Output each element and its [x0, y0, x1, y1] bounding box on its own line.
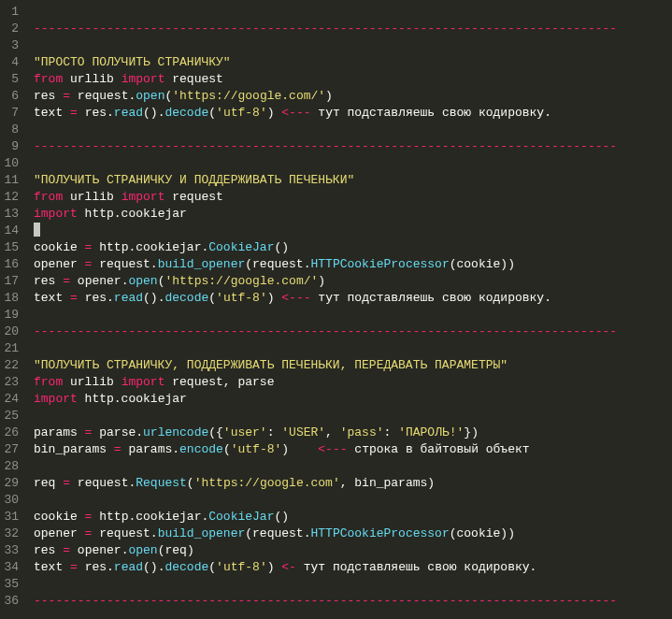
- code-line[interactable]: opener = request.build_opener(request.HT…: [34, 256, 665, 273]
- line-number: 14: [4, 223, 19, 239]
- code-token: read: [114, 106, 143, 120]
- code-token: =: [63, 476, 70, 490]
- code-line[interactable]: opener = request.build_opener(request.HT…: [34, 525, 665, 542]
- code-line[interactable]: from urllib import request: [34, 189, 665, 206]
- code-token: 'ПАРОЛЬ!': [398, 425, 464, 439]
- code-token: ): [281, 442, 318, 456]
- line-number: 11: [4, 172, 19, 189]
- code-token: import: [122, 375, 165, 389]
- code-token: (): [274, 510, 289, 524]
- code-line[interactable]: res = opener.open(req): [34, 542, 665, 559]
- code-token: request.: [92, 526, 157, 540]
- code-line[interactable]: cookie = http.cookiejar.CookieJar(): [34, 239, 665, 256]
- code-token: Request: [136, 476, 187, 490]
- code-token: =: [63, 543, 70, 557]
- line-number: 32: [4, 525, 19, 542]
- line-number: 7: [4, 105, 19, 122]
- line-number: 8: [4, 122, 19, 138]
- code-token: cookie: [34, 510, 85, 524]
- code-token: opener.: [70, 543, 128, 557]
- line-number: 33: [4, 542, 19, 559]
- code-token: строка в байтовый объект: [348, 442, 530, 456]
- code-token: open: [136, 89, 164, 103]
- code-token: import: [34, 207, 78, 221]
- code-token: request.: [70, 89, 136, 103]
- code-line[interactable]: ----------------------------------------…: [34, 593, 665, 610]
- code-line[interactable]: [34, 37, 665, 54]
- code-line[interactable]: text = res.read().decode('utf-8') <- тут…: [34, 559, 665, 576]
- code-line[interactable]: [34, 223, 665, 239]
- code-token: 'utf-8': [216, 560, 267, 574]
- code-line[interactable]: [34, 122, 665, 138]
- code-token: "ПРОСТО ПОЛУЧИТЬ СТРАНИЧКУ": [34, 55, 231, 69]
- line-number: 13: [4, 206, 19, 223]
- line-number: 17: [4, 273, 19, 290]
- code-line[interactable]: cookie = http.cookiejar.CookieJar(): [34, 509, 665, 525]
- code-token: build_opener: [158, 526, 246, 540]
- code-line[interactable]: res = request.open('https://google.com/'…: [34, 88, 665, 105]
- code-token: (: [208, 106, 216, 120]
- code-line[interactable]: text = res.read().decode('utf-8') <--- т…: [34, 290, 665, 307]
- code-line[interactable]: ----------------------------------------…: [34, 138, 665, 155]
- line-number: 20: [4, 324, 19, 340]
- code-line[interactable]: [34, 307, 665, 324]
- code-token: ----------------------------------------…: [34, 22, 617, 36]
- code-line[interactable]: import http.cookiejar: [34, 206, 665, 223]
- code-token: HTTPCookieProcessor: [310, 257, 449, 271]
- code-token: import: [122, 190, 165, 204]
- code-line[interactable]: [34, 576, 665, 593]
- code-area[interactable]: ----------------------------------------…: [26, 0, 672, 619]
- code-line[interactable]: [34, 340, 665, 357]
- line-number: 26: [4, 425, 19, 441]
- code-token: (cookie)): [450, 526, 515, 540]
- line-number: 28: [4, 458, 19, 475]
- code-token: (request.: [245, 257, 310, 271]
- code-token: тут подставляешь свою кодировку.: [296, 560, 536, 574]
- code-token: http.cookiejar.: [92, 510, 208, 524]
- line-number: 18: [4, 290, 19, 307]
- code-line[interactable]: req = request.Request('https://google.co…: [34, 475, 665, 492]
- code-line[interactable]: [34, 155, 665, 172]
- code-token: (cookie)): [450, 257, 515, 271]
- line-number: 3: [4, 37, 19, 54]
- code-line[interactable]: [34, 492, 665, 509]
- code-line[interactable]: [34, 4, 665, 21]
- code-token: ,: [325, 425, 340, 439]
- code-token: (request.: [245, 526, 310, 540]
- code-line[interactable]: [34, 408, 665, 425]
- code-line[interactable]: params = parse.urlencode({'user': 'USER'…: [34, 425, 665, 441]
- code-token: from: [34, 375, 63, 389]
- code-token: request, parse: [164, 375, 274, 389]
- code-line[interactable]: "ПОЛУЧИТЬ СТРАНИЧКУ И ПОДДЕРЖИВАТЬ ПЕЧЕН…: [34, 172, 665, 189]
- code-line[interactable]: ----------------------------------------…: [34, 21, 665, 37]
- code-line[interactable]: from urllib import request: [34, 71, 665, 88]
- code-token: params: [34, 425, 85, 439]
- code-line[interactable]: "ПОЛУЧИТЬ СТРАНИЧКУ, ПОДДЕРЖИВАТЬ ПЕЧЕНЬ…: [34, 357, 665, 374]
- code-token: http.cookiejar: [78, 392, 187, 406]
- code-line[interactable]: "ПРОСТО ПОЛУЧИТЬ СТРАНИЧКУ": [34, 54, 665, 71]
- line-number: 36: [4, 593, 19, 610]
- code-line[interactable]: bin_params = params.encode('utf-8') <---…: [34, 441, 665, 458]
- code-token: ().: [143, 560, 164, 574]
- code-token: ): [318, 274, 325, 288]
- code-token: 'USER': [281, 425, 325, 439]
- code-line[interactable]: res = opener.open('https://google.com/'): [34, 273, 665, 290]
- code-token: =: [70, 106, 78, 120]
- code-token: 'https://google.com/': [172, 89, 325, 103]
- line-number: 19: [4, 307, 19, 324]
- line-number-gutter: 1234567891011121314151617181920212223242…: [0, 0, 26, 619]
- code-line[interactable]: from urllib import request, parse: [34, 374, 665, 391]
- code-token: request: [164, 190, 222, 204]
- code-token: res: [34, 543, 63, 557]
- code-line[interactable]: import http.cookiejar: [34, 391, 665, 408]
- code-token: ----------------------------------------…: [34, 139, 617, 153]
- code-token: 'utf-8': [216, 291, 267, 305]
- code-line[interactable]: ----------------------------------------…: [34, 324, 665, 340]
- line-number: 31: [4, 509, 19, 525]
- code-token: 'utf-8': [216, 106, 267, 120]
- line-number: 16: [4, 256, 19, 273]
- code-line[interactable]: [34, 458, 665, 475]
- code-token: res.: [78, 291, 114, 305]
- code-editor[interactable]: 1234567891011121314151617181920212223242…: [0, 0, 672, 619]
- code-line[interactable]: text = res.read().decode('utf-8') <--- т…: [34, 105, 665, 122]
